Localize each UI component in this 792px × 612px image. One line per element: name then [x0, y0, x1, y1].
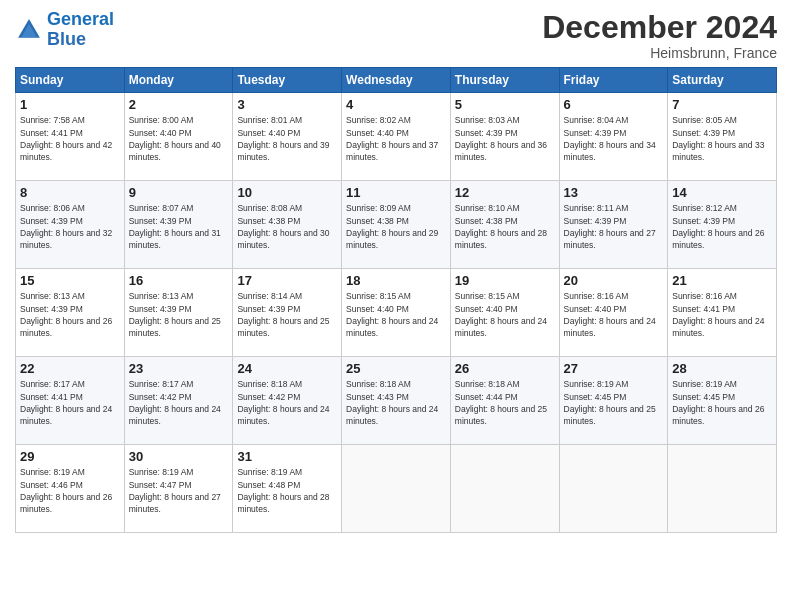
day-number: 23	[129, 361, 229, 376]
calendar-week-row: 29Sunrise: 8:19 AMSunset: 4:46 PMDayligh…	[16, 445, 777, 533]
calendar-day-cell: 30Sunrise: 8:19 AMSunset: 4:47 PMDayligh…	[124, 445, 233, 533]
main-title: December 2024	[542, 10, 777, 45]
day-number: 17	[237, 273, 337, 288]
logo-line2: Blue	[47, 29, 86, 49]
day-number: 25	[346, 361, 446, 376]
weekday-header-cell: Friday	[559, 68, 668, 93]
day-detail: Sunrise: 8:15 AMSunset: 4:40 PMDaylight:…	[455, 290, 555, 339]
day-number: 21	[672, 273, 772, 288]
weekday-header-cell: Thursday	[450, 68, 559, 93]
calendar-day-cell	[450, 445, 559, 533]
calendar-day-cell: 19Sunrise: 8:15 AMSunset: 4:40 PMDayligh…	[450, 269, 559, 357]
day-detail: Sunrise: 8:13 AMSunset: 4:39 PMDaylight:…	[20, 290, 120, 339]
calendar-week-row: 1Sunrise: 7:58 AMSunset: 4:41 PMDaylight…	[16, 93, 777, 181]
day-detail: Sunrise: 8:00 AMSunset: 4:40 PMDaylight:…	[129, 114, 229, 163]
day-number: 31	[237, 449, 337, 464]
day-number: 10	[237, 185, 337, 200]
calendar-day-cell	[342, 445, 451, 533]
day-detail: Sunrise: 8:18 AMSunset: 4:43 PMDaylight:…	[346, 378, 446, 427]
calendar-day-cell: 18Sunrise: 8:15 AMSunset: 4:40 PMDayligh…	[342, 269, 451, 357]
title-block: December 2024 Heimsbrunn, France	[542, 10, 777, 61]
day-detail: Sunrise: 8:19 AMSunset: 4:47 PMDaylight:…	[129, 466, 229, 515]
day-number: 5	[455, 97, 555, 112]
day-number: 4	[346, 97, 446, 112]
weekday-header-cell: Saturday	[668, 68, 777, 93]
day-detail: Sunrise: 8:14 AMSunset: 4:39 PMDaylight:…	[237, 290, 337, 339]
day-detail: Sunrise: 8:08 AMSunset: 4:38 PMDaylight:…	[237, 202, 337, 251]
day-detail: Sunrise: 8:07 AMSunset: 4:39 PMDaylight:…	[129, 202, 229, 251]
day-detail: Sunrise: 8:19 AMSunset: 4:45 PMDaylight:…	[564, 378, 664, 427]
day-number: 1	[20, 97, 120, 112]
day-number: 3	[237, 97, 337, 112]
day-number: 13	[564, 185, 664, 200]
logo-line1: General	[47, 9, 114, 29]
calendar-day-cell: 24Sunrise: 8:18 AMSunset: 4:42 PMDayligh…	[233, 357, 342, 445]
calendar-day-cell: 29Sunrise: 8:19 AMSunset: 4:46 PMDayligh…	[16, 445, 125, 533]
day-number: 22	[20, 361, 120, 376]
day-number: 12	[455, 185, 555, 200]
calendar-week-row: 15Sunrise: 8:13 AMSunset: 4:39 PMDayligh…	[16, 269, 777, 357]
day-detail: Sunrise: 8:06 AMSunset: 4:39 PMDaylight:…	[20, 202, 120, 251]
day-detail: Sunrise: 7:58 AMSunset: 4:41 PMDaylight:…	[20, 114, 120, 163]
day-number: 27	[564, 361, 664, 376]
calendar-week-row: 22Sunrise: 8:17 AMSunset: 4:41 PMDayligh…	[16, 357, 777, 445]
weekday-header-cell: Monday	[124, 68, 233, 93]
day-detail: Sunrise: 8:09 AMSunset: 4:38 PMDaylight:…	[346, 202, 446, 251]
calendar-day-cell: 11Sunrise: 8:09 AMSunset: 4:38 PMDayligh…	[342, 181, 451, 269]
day-detail: Sunrise: 8:02 AMSunset: 4:40 PMDaylight:…	[346, 114, 446, 163]
day-number: 2	[129, 97, 229, 112]
day-number: 29	[20, 449, 120, 464]
day-number: 6	[564, 97, 664, 112]
weekday-header-cell: Wednesday	[342, 68, 451, 93]
calendar-day-cell	[559, 445, 668, 533]
day-number: 19	[455, 273, 555, 288]
day-detail: Sunrise: 8:18 AMSunset: 4:44 PMDaylight:…	[455, 378, 555, 427]
calendar-day-cell: 28Sunrise: 8:19 AMSunset: 4:45 PMDayligh…	[668, 357, 777, 445]
day-detail: Sunrise: 8:15 AMSunset: 4:40 PMDaylight:…	[346, 290, 446, 339]
day-detail: Sunrise: 8:17 AMSunset: 4:41 PMDaylight:…	[20, 378, 120, 427]
calendar-day-cell: 31Sunrise: 8:19 AMSunset: 4:48 PMDayligh…	[233, 445, 342, 533]
header: General Blue December 2024 Heimsbrunn, F…	[15, 10, 777, 61]
subtitle: Heimsbrunn, France	[542, 45, 777, 61]
day-number: 28	[672, 361, 772, 376]
calendar-day-cell: 13Sunrise: 8:11 AMSunset: 4:39 PMDayligh…	[559, 181, 668, 269]
calendar-day-cell: 6Sunrise: 8:04 AMSunset: 4:39 PMDaylight…	[559, 93, 668, 181]
day-number: 8	[20, 185, 120, 200]
calendar-week-row: 8Sunrise: 8:06 AMSunset: 4:39 PMDaylight…	[16, 181, 777, 269]
calendar-day-cell: 14Sunrise: 8:12 AMSunset: 4:39 PMDayligh…	[668, 181, 777, 269]
day-number: 15	[20, 273, 120, 288]
weekday-header-cell: Tuesday	[233, 68, 342, 93]
calendar-day-cell: 4Sunrise: 8:02 AMSunset: 4:40 PMDaylight…	[342, 93, 451, 181]
page: General Blue December 2024 Heimsbrunn, F…	[0, 0, 792, 612]
weekday-header-row: SundayMondayTuesdayWednesdayThursdayFrid…	[16, 68, 777, 93]
calendar-day-cell: 7Sunrise: 8:05 AMSunset: 4:39 PMDaylight…	[668, 93, 777, 181]
day-number: 16	[129, 273, 229, 288]
calendar-day-cell: 3Sunrise: 8:01 AMSunset: 4:40 PMDaylight…	[233, 93, 342, 181]
day-number: 11	[346, 185, 446, 200]
calendar-day-cell: 21Sunrise: 8:16 AMSunset: 4:41 PMDayligh…	[668, 269, 777, 357]
day-number: 20	[564, 273, 664, 288]
day-detail: Sunrise: 8:03 AMSunset: 4:39 PMDaylight:…	[455, 114, 555, 163]
calendar-day-cell: 23Sunrise: 8:17 AMSunset: 4:42 PMDayligh…	[124, 357, 233, 445]
calendar-table: SundayMondayTuesdayWednesdayThursdayFrid…	[15, 67, 777, 533]
day-number: 24	[237, 361, 337, 376]
day-number: 18	[346, 273, 446, 288]
day-detail: Sunrise: 8:18 AMSunset: 4:42 PMDaylight:…	[237, 378, 337, 427]
calendar-day-cell: 8Sunrise: 8:06 AMSunset: 4:39 PMDaylight…	[16, 181, 125, 269]
calendar-day-cell: 16Sunrise: 8:13 AMSunset: 4:39 PMDayligh…	[124, 269, 233, 357]
calendar-day-cell	[668, 445, 777, 533]
day-detail: Sunrise: 8:19 AMSunset: 4:45 PMDaylight:…	[672, 378, 772, 427]
day-detail: Sunrise: 8:12 AMSunset: 4:39 PMDaylight:…	[672, 202, 772, 251]
day-detail: Sunrise: 8:16 AMSunset: 4:41 PMDaylight:…	[672, 290, 772, 339]
calendar-day-cell: 22Sunrise: 8:17 AMSunset: 4:41 PMDayligh…	[16, 357, 125, 445]
weekday-header-cell: Sunday	[16, 68, 125, 93]
logo-icon	[15, 16, 43, 44]
day-detail: Sunrise: 8:19 AMSunset: 4:48 PMDaylight:…	[237, 466, 337, 515]
logo-text: General Blue	[47, 10, 114, 50]
calendar-day-cell: 2Sunrise: 8:00 AMSunset: 4:40 PMDaylight…	[124, 93, 233, 181]
day-detail: Sunrise: 8:04 AMSunset: 4:39 PMDaylight:…	[564, 114, 664, 163]
calendar-day-cell: 12Sunrise: 8:10 AMSunset: 4:38 PMDayligh…	[450, 181, 559, 269]
calendar-day-cell: 1Sunrise: 7:58 AMSunset: 4:41 PMDaylight…	[16, 93, 125, 181]
day-number: 26	[455, 361, 555, 376]
calendar-day-cell: 10Sunrise: 8:08 AMSunset: 4:38 PMDayligh…	[233, 181, 342, 269]
